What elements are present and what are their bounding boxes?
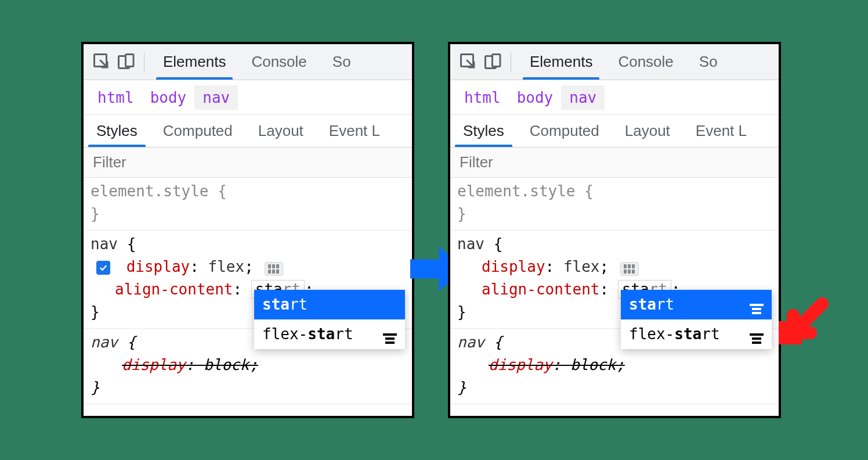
subtab-styles[interactable]: Styles [84, 115, 150, 147]
declaration-display-flex[interactable]: display: flex; [457, 256, 772, 278]
crumb-nav[interactable]: nav [194, 85, 238, 110]
callout-arrow-icon [773, 295, 831, 355]
svg-rect-19 [628, 269, 631, 274]
device-toggle-icon[interactable] [483, 52, 504, 73]
semicolon: ; [600, 258, 609, 275]
selector-text: nav [457, 235, 484, 253]
crumb-html[interactable]: html [89, 85, 142, 110]
crumb-body[interactable]: body [142, 85, 195, 110]
styles-subtabs: Styles Computed Layout Event L [84, 115, 412, 148]
property-name: display [122, 356, 186, 373]
rule-nav-flex[interactable]: nav { display: flex; align-content: star… [450, 231, 779, 329]
toolbar-divider [511, 53, 511, 71]
colon: : [190, 258, 208, 275]
tab-console[interactable]: Console [605, 44, 686, 80]
brace-open: { [494, 235, 503, 253]
brace-open: { [218, 182, 227, 200]
main-toolbar: Elements Console So [450, 44, 779, 80]
colon: : [600, 281, 618, 298]
device-toggle-icon[interactable] [116, 52, 137, 73]
colon: : [552, 356, 570, 373]
brace-close: } [457, 303, 466, 321]
tab-sources-truncated[interactable]: So [320, 44, 364, 80]
property-value[interactable]: flex [563, 258, 600, 275]
crumb-nav[interactable]: nav [561, 85, 605, 110]
styles-filter-row [84, 148, 412, 178]
subtab-layout[interactable]: Layout [245, 115, 316, 147]
toolbar-divider [144, 53, 144, 71]
styles-filter-input[interactable] [450, 148, 779, 177]
subtab-event-listeners-truncated[interactable]: Event L [316, 115, 393, 147]
svg-rect-8 [276, 269, 279, 274]
autocomplete-item-start[interactable]: start [254, 290, 405, 319]
styles-filter-row [450, 148, 779, 178]
brace-close: } [457, 205, 466, 222]
tab-elements[interactable]: Elements [150, 44, 238, 80]
breadcrumb: html body nav [450, 80, 779, 115]
inspect-icon[interactable] [92, 52, 113, 73]
svg-rect-9 [383, 333, 397, 336]
svg-rect-21 [750, 304, 764, 306]
inspect-icon[interactable] [458, 52, 479, 73]
breadcrumb: html body nav [84, 80, 412, 115]
devtools-panel-after: Elements Console So html body nav Styles… [448, 42, 781, 418]
selector-text: element.style [91, 182, 209, 200]
declaration-display-block-overridden[interactable]: display: block; [457, 354, 772, 376]
subtab-styles[interactable]: Styles [450, 115, 517, 147]
svg-rect-17 [632, 264, 635, 268]
property-name[interactable]: display [482, 258, 545, 275]
rule-element-style[interactable]: element.style { } [450, 178, 779, 231]
property-value: block [204, 356, 249, 373]
selector-text: nav [457, 333, 484, 351]
devtools-panel-before: Elements Console So html body nav Styles… [81, 42, 414, 418]
brace-close: } [91, 379, 100, 396]
align-start-icon [750, 299, 764, 311]
autocomplete-item-flex-start[interactable]: flex-start [621, 319, 772, 349]
svg-rect-20 [632, 269, 635, 274]
tab-elements[interactable]: Elements [517, 44, 605, 80]
property-value[interactable]: flex [208, 258, 245, 275]
subtab-computed[interactable]: Computed [150, 115, 245, 147]
rule-element-style[interactable]: element.style { } [84, 178, 412, 231]
declaration-display-block-overridden[interactable]: display: block; [91, 354, 405, 376]
property-name: display [489, 356, 552, 373]
selector-text: element.style [457, 182, 576, 200]
styles-subtabs: Styles Computed Layout Event L [450, 115, 779, 148]
svg-rect-7 [272, 269, 275, 274]
colon: : [233, 281, 251, 298]
semicolon: ; [244, 258, 254, 275]
svg-rect-25 [752, 337, 761, 340]
svg-rect-26 [752, 342, 761, 344]
property-value: block [570, 356, 616, 373]
crumb-html[interactable]: html [456, 85, 509, 110]
styles-filter-input[interactable] [84, 148, 412, 177]
semicolon: ; [616, 356, 625, 373]
brace-open: { [127, 235, 136, 253]
flex-editor-icon[interactable] [620, 262, 639, 276]
svg-rect-6 [268, 269, 271, 274]
tab-sources-truncated[interactable]: So [686, 44, 730, 80]
declaration-display-flex[interactable]: display: flex; [91, 256, 405, 278]
align-start-icon [750, 329, 764, 340]
subtab-computed[interactable]: Computed [517, 115, 612, 147]
property-name[interactable]: align-content [482, 281, 600, 298]
subtab-event-listeners-truncated[interactable]: Event L [683, 115, 760, 147]
autocomplete-item-start[interactable]: start [621, 290, 772, 319]
property-name[interactable]: display [126, 258, 190, 275]
property-name[interactable]: align-content [115, 281, 233, 298]
tab-console[interactable]: Console [238, 44, 319, 80]
brace-open: { [494, 333, 503, 351]
autocomplete-item-flex-start[interactable]: flex-start [254, 319, 405, 349]
crumb-body[interactable]: body [509, 85, 562, 110]
flex-editor-icon[interactable] [265, 262, 283, 276]
subtab-layout[interactable]: Layout [612, 115, 683, 147]
autocomplete-dropdown: start flex-start [621, 290, 772, 349]
svg-rect-22 [752, 308, 761, 310]
property-enabled-checkbox[interactable] [96, 261, 110, 275]
svg-rect-4 [272, 264, 275, 268]
svg-rect-3 [268, 264, 271, 268]
autocomplete-dropdown: start flex-start [254, 290, 405, 349]
svg-rect-24 [750, 333, 764, 336]
rule-nav-flex[interactable]: nav { display: flex; align-content: star… [84, 231, 412, 329]
colon: : [186, 356, 204, 373]
